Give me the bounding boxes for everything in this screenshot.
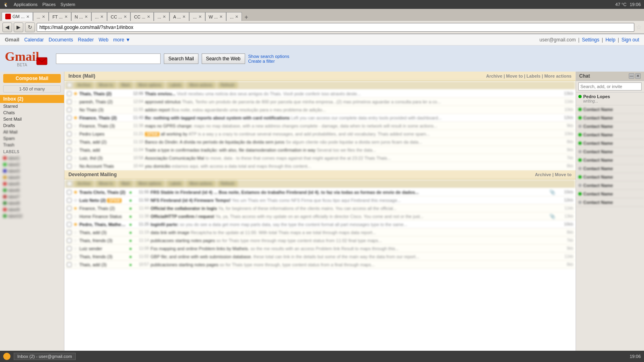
sidebar-label-1[interactable]: label1 xyxy=(0,155,64,161)
tab-4-close[interactable]: ✕ xyxy=(85,14,88,19)
email-row-5[interactable]: ☆ Finance, Thais (3) 11:38 maps no GPRS … xyxy=(64,122,576,130)
col-labels[interactable]: Labels xyxy=(167,82,184,88)
signout-link[interactable]: Sign out xyxy=(621,37,639,43)
help-link[interactable]: Help xyxy=(605,37,615,43)
chat-contact-12[interactable]: Contact Name xyxy=(576,190,644,198)
chat-search-input[interactable] xyxy=(578,82,642,90)
email-row-3[interactable]: ☆ No Thais (3) 11:55 addon report Boa no… xyxy=(64,106,576,114)
email-row-1[interactable]: ★ Thais, Thais (2) 12:06 Thais enviou...… xyxy=(64,90,576,98)
chat-close-button[interactable]: ✕ xyxy=(635,73,641,79)
email-star-3[interactable]: ☆ xyxy=(73,107,78,113)
settings-link[interactable]: Settings xyxy=(582,37,599,43)
search-mail-button[interactable]: Search Mail xyxy=(164,53,198,64)
tab-9[interactable]: A ... ✕ xyxy=(169,12,189,21)
reload-button[interactable]: ↻ xyxy=(25,23,35,32)
s2-star-7[interactable]: ☆ xyxy=(73,238,78,243)
section1-move[interactable]: Move to xyxy=(506,74,523,78)
s2-checkbox-7[interactable] xyxy=(67,238,72,243)
section1-archive[interactable]: Archive xyxy=(486,74,502,78)
s2-star-6[interactable]: ☆ xyxy=(73,230,78,235)
sidebar-label-6[interactable]: label6 xyxy=(0,187,64,193)
os-places[interactable]: Places xyxy=(42,2,56,7)
email-checkbox-6[interactable] xyxy=(67,132,72,136)
chat-contact-7[interactable]: Contact Name xyxy=(576,148,644,156)
sidebar-item-allmail[interactable]: All Mail xyxy=(0,129,64,135)
col-refresh[interactable]: Refresh xyxy=(218,82,237,88)
s2-checkbox-1[interactable] xyxy=(67,190,72,195)
email-row-s2-8[interactable]: ☆ Luiz sender ● 11:08 Fss mapping and on… xyxy=(64,245,576,253)
email-star-6[interactable]: ☆ xyxy=(73,131,78,137)
s2-star-8[interactable]: ☆ xyxy=(73,246,78,251)
search-input[interactable] xyxy=(56,53,161,64)
col2-archive[interactable]: Archive xyxy=(74,181,93,187)
chat-contact-13[interactable]: Contact Name xyxy=(576,198,644,207)
select-all-checkbox-2[interactable] xyxy=(67,181,72,186)
tab-3[interactable]: FT ... ✕ xyxy=(49,12,71,21)
sidebar-item-drafts[interactable]: Drafts xyxy=(0,122,64,129)
tab-9-close[interactable]: ✕ xyxy=(182,14,186,19)
chat-contact-5[interactable]: Contact Name xyxy=(576,131,644,139)
section2-archive[interactable]: Archive xyxy=(535,172,551,177)
chat-minimize-button[interactable]: — xyxy=(629,73,634,79)
email-checkbox-3[interactable] xyxy=(67,107,72,112)
s2-star-4[interactable]: ☆ xyxy=(73,214,78,219)
email-star-7[interactable]: ☆ xyxy=(73,139,78,145)
col2-moveto[interactable]: Move to xyxy=(96,181,116,187)
sidebar-label-9[interactable]: label9 xyxy=(0,206,64,213)
s2-star-10[interactable]: ☆ xyxy=(73,262,78,267)
email-row-8[interactable]: ☆ Thais, add 11:04 Trade a type in confi… xyxy=(64,146,576,154)
col2-moreoptions[interactable]: More options xyxy=(135,181,164,187)
s2-checkbox-4[interactable] xyxy=(67,214,72,219)
s2-checkbox-6[interactable] xyxy=(67,230,72,235)
create-filter-link[interactable]: Create a filter xyxy=(248,59,289,64)
tab-7-close[interactable]: ✕ xyxy=(147,14,150,19)
taskbar-app-icon[interactable] xyxy=(3,353,10,360)
tab-8[interactable]: ... ✕ xyxy=(154,12,169,21)
email-star-4[interactable]: ★ xyxy=(73,115,78,121)
tab-5[interactable]: ... ✕ xyxy=(91,12,107,21)
email-checkbox-1[interactable] xyxy=(67,91,72,96)
tab-10-close[interactable]: ✕ xyxy=(198,14,202,19)
email-row-s2-3[interactable]: ★ Finance, Thais (2) ● 11:44 Official th… xyxy=(64,204,576,212)
email-checkbox-9[interactable] xyxy=(67,156,72,160)
email-checkbox-8[interactable] xyxy=(67,148,72,152)
s2-checkbox-5[interactable] xyxy=(67,222,72,227)
col2-moreactions[interactable]: More actions xyxy=(186,181,215,187)
s2-checkbox-2[interactable] xyxy=(67,198,72,203)
tab-5-close[interactable]: ✕ xyxy=(100,14,103,19)
select-all-checkbox[interactable] xyxy=(67,82,72,88)
col-moreoptions[interactable]: More options xyxy=(135,82,164,88)
tab-gmail[interactable]: GM ... ✕ xyxy=(2,12,33,21)
s2-checkbox-9[interactable] xyxy=(67,254,72,259)
col2-mark[interactable]: Mark xyxy=(118,181,133,187)
tab-7[interactable]: CC ... ✕ xyxy=(130,12,154,21)
email-row-4[interactable]: ★ Finance, Thais (2) 11:43 Re: nothing w… xyxy=(64,114,576,122)
email-checkbox-5[interactable] xyxy=(67,123,72,128)
chat-contact-2[interactable]: Contact Name xyxy=(576,105,644,114)
email-star-5[interactable]: ☆ xyxy=(73,123,78,129)
email-star-8[interactable]: ☆ xyxy=(73,147,78,153)
email-star-10[interactable]: ☆ xyxy=(73,163,78,169)
sidebar-label-10[interactable]: label10 xyxy=(0,213,64,219)
chat-contact-pedro[interactable]: Pedro Lopes writing... xyxy=(576,93,644,105)
s2-star-1[interactable]: ★ xyxy=(73,189,78,195)
chat-contact-6[interactable]: Contact Name xyxy=(576,139,644,148)
tab-6-close[interactable]: ✕ xyxy=(124,14,127,19)
sidebar-label-2[interactable]: label2 xyxy=(0,161,64,168)
sidebar-label-8[interactable]: label8 xyxy=(0,200,64,206)
sidebar-label-3[interactable]: label3 xyxy=(0,168,64,174)
address-bar[interactable] xyxy=(37,23,634,32)
email-row-10[interactable]: ☆ No Account Thais 10:44 you domicilio e… xyxy=(64,162,576,170)
tab-12-close[interactable]: ✕ xyxy=(235,14,238,19)
chat-contact-3[interactable]: Contact Name xyxy=(576,114,644,122)
sidebar-label-7[interactable]: label7 xyxy=(0,193,64,200)
email-star-9[interactable]: ☆ xyxy=(73,155,78,161)
tab-2[interactable]: ... ✕ xyxy=(33,12,49,21)
s2-checkbox-8[interactable] xyxy=(67,246,72,251)
col-moreactions[interactable]: More actions xyxy=(186,82,215,88)
tab-8-close[interactable]: ✕ xyxy=(163,14,166,19)
taskbar-inbox-item[interactable]: Inbox (2) - user@gmail.com xyxy=(14,353,76,360)
tab-11[interactable]: W ... ✕ xyxy=(205,12,227,21)
sidebar-label-5[interactable]: label5 xyxy=(0,181,64,187)
col-mark[interactable]: Mark xyxy=(118,82,133,88)
